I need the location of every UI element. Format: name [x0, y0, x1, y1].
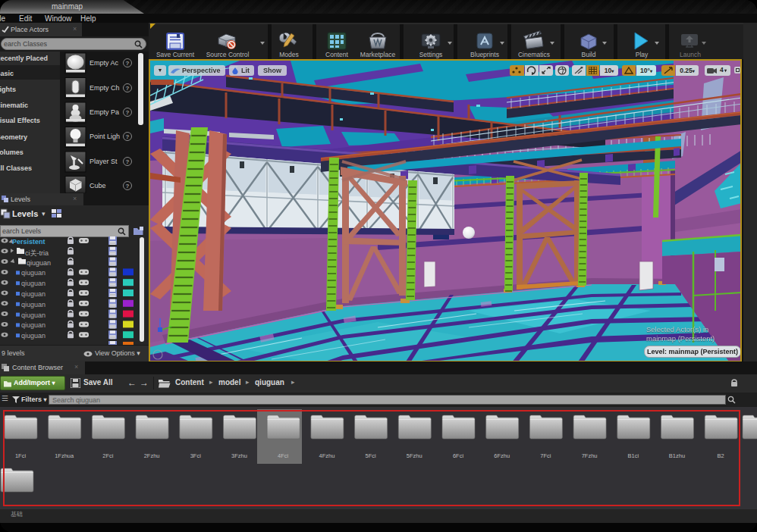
svg-text:?: ? [126, 85, 130, 92]
svg-text:?: ? [126, 133, 130, 140]
svg-text:?: ? [126, 109, 130, 116]
svg-text:?: ? [126, 60, 130, 67]
svg-text:?: ? [126, 183, 130, 189]
svg-text:?: ? [126, 158, 130, 165]
